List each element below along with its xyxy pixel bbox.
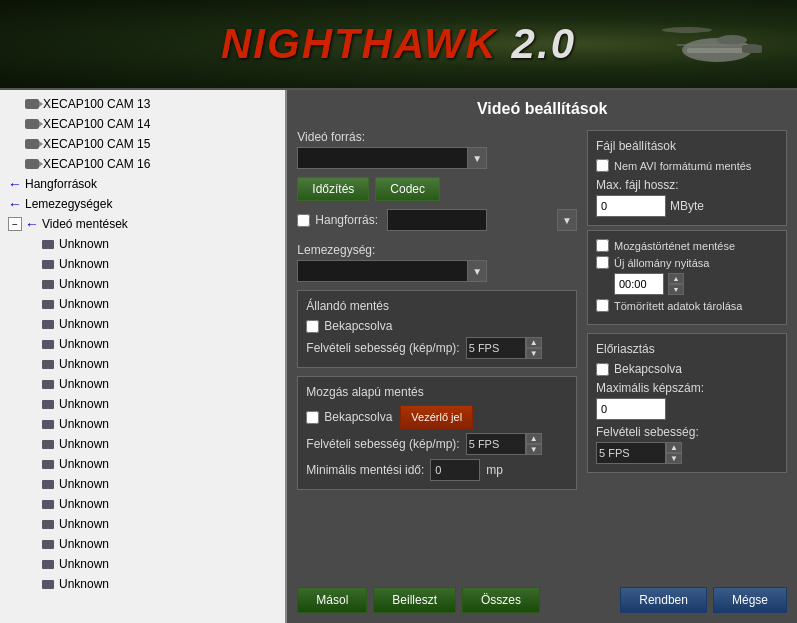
eloriasztas-fps-down[interactable]: ▼ [666, 453, 682, 464]
svg-point-2 [717, 35, 747, 45]
video-forras-section: Videó forrás: ▼ [297, 130, 577, 169]
video-forras-label-row: Videó forrás: [297, 130, 577, 144]
mozgas-alapu-section: Mozgás alapú mentés Bekapcsolva Vezérlő … [297, 376, 577, 490]
rendben-button[interactable]: Rendben [620, 587, 707, 613]
mozgas-fps-select[interactable]: 5 FPS [466, 433, 526, 455]
small-cam-icon [40, 476, 56, 492]
tree-video-mentesek[interactable]: − ← Videó mentések [0, 214, 285, 234]
list-item[interactable]: Unknown [0, 494, 285, 514]
hangforras-checkbox[interactable] [297, 214, 310, 227]
svg-rect-1 [687, 48, 747, 53]
list-item[interactable]: Unknown [0, 454, 285, 474]
nem-avi-label: Nem AVI formátumú mentés [614, 160, 751, 172]
cam-icon-16 [24, 156, 40, 172]
time-input[interactable] [614, 273, 664, 295]
eloriasztas-section: Előriasztás Bekapcsolva Maximális képszá… [587, 333, 787, 473]
eloriasztas-fps-select[interactable]: 5 FPS [596, 442, 666, 464]
list-item[interactable]: Unknown [0, 334, 285, 354]
svg-rect-5 [742, 45, 762, 53]
nem-avi-row: Nem AVI formátumú mentés [596, 159, 778, 172]
max-fajl-input[interactable] [596, 195, 666, 217]
tree-hangforrasok[interactable]: ← Hangforrások [0, 174, 285, 194]
allando-fps-label: Felvételi sebesség (kép/mp): [306, 341, 459, 355]
mozgas-fps-label: Felvételi sebesség (kép/mp): [306, 437, 459, 451]
arrow-left-icon-3: ← [25, 216, 39, 232]
time-down[interactable]: ▼ [668, 284, 684, 295]
fajl-beallitasok-section: Fájl beállítások Nem AVI formátumú menté… [587, 130, 787, 226]
small-cam-icon [40, 436, 56, 452]
max-kepszam-row [596, 398, 778, 420]
lemezegyseg-select[interactable] [297, 260, 487, 282]
video-forras-select-wrap: ▼ [297, 147, 487, 169]
eloriasztas-fps-up[interactable]: ▲ [666, 442, 682, 453]
vezerlojel-button[interactable]: Vezérlő jel [400, 405, 473, 429]
list-item[interactable]: Unknown [0, 514, 285, 534]
eloriasztas-bekapcsolva-checkbox[interactable] [596, 363, 609, 376]
list-item[interactable]: Unknown [0, 394, 285, 414]
uj-allomany-checkbox[interactable] [596, 256, 609, 269]
tomoritett-checkbox[interactable] [596, 299, 609, 312]
list-item[interactable]: Unknown [0, 314, 285, 334]
list-item[interactable]: Unknown [0, 574, 285, 594]
time-spinner: ▲ ▼ [668, 273, 684, 295]
tree-cam-14[interactable]: XECAP100 CAM 14 [0, 114, 285, 134]
masol-button[interactable]: Másol [297, 587, 367, 613]
max-fajl-label: Max. fájl hossz: [596, 178, 778, 192]
eloriasztas-bekapcsolva-label: Bekapcsolva [614, 362, 682, 376]
allando-bekapcsolva-checkbox[interactable] [306, 320, 319, 333]
allando-fps-down[interactable]: ▼ [526, 348, 542, 359]
mozgas-tort-checkbox[interactable] [596, 239, 609, 252]
time-up[interactable]: ▲ [668, 273, 684, 284]
video-forras-select[interactable] [297, 147, 487, 169]
tree-cam-16[interactable]: XECAP100 CAM 16 [0, 154, 285, 174]
expand-icon[interactable]: − [8, 217, 22, 231]
max-kepszam-input[interactable] [596, 398, 666, 420]
list-item[interactable]: Unknown [0, 354, 285, 374]
list-item[interactable]: Unknown [0, 254, 285, 274]
small-cam-icon [40, 356, 56, 372]
small-cam-icon [40, 296, 56, 312]
allando-fps-up[interactable]: ▲ [526, 337, 542, 348]
megse-button[interactable]: Mégse [713, 587, 787, 613]
list-item[interactable]: Unknown [0, 554, 285, 574]
nem-avi-checkbox[interactable] [596, 159, 609, 172]
small-cam-icon [40, 256, 56, 272]
osszes-button[interactable]: Összes [462, 587, 540, 613]
tree-lemezegysegek[interactable]: ← Lemezegységek [0, 194, 285, 214]
allando-fps-row: Felvételi sebesség (kép/mp): 5 FPS ▲ ▼ [306, 337, 568, 359]
mozgas-bekapcsolva-checkbox[interactable] [306, 411, 319, 424]
max-fajl-row: MByte [596, 195, 778, 217]
idozites-button[interactable]: Időzítés [297, 177, 369, 201]
tree-cam-15[interactable]: XECAP100 CAM 15 [0, 134, 285, 154]
eloriasztas-fps-spinner: ▲ ▼ [666, 442, 682, 464]
svg-point-4 [662, 27, 712, 33]
mozgas-fps-up[interactable]: ▲ [526, 433, 542, 444]
hangforras-select-wrap: ▼ [387, 209, 577, 231]
list-item[interactable]: Unknown [0, 374, 285, 394]
mozgas-fps-down[interactable]: ▼ [526, 444, 542, 455]
left-form: Videó forrás: ▼ Időzítés Codec [297, 130, 577, 569]
list-item[interactable]: Unknown [0, 474, 285, 494]
list-item[interactable]: Unknown [0, 294, 285, 314]
tree-cam-13[interactable]: XECAP100 CAM 13 [0, 94, 285, 114]
list-item[interactable]: Unknown [0, 434, 285, 454]
small-cam-icon [40, 276, 56, 292]
right-form: Fájl beállítások Nem AVI formátumú menté… [587, 130, 787, 569]
list-item[interactable]: Unknown [0, 414, 285, 434]
list-item[interactable]: Unknown [0, 274, 285, 294]
eloriasztas-bekapcsolva-row: Bekapcsolva [596, 362, 778, 376]
hangforras-select[interactable] [387, 209, 487, 231]
small-cam-icon [40, 396, 56, 412]
min-mentes-input[interactable] [430, 459, 480, 481]
fajl-title: Fájl beállítások [596, 139, 778, 153]
extra-section: Mozgástörténet mentése Új állomány nyitá… [587, 230, 787, 325]
list-item[interactable]: Unknown [0, 234, 285, 254]
small-cam-icon [40, 336, 56, 352]
allando-fps-select[interactable]: 5 FPS [466, 337, 526, 359]
codec-button[interactable]: Codec [375, 177, 440, 201]
beilleszt-button[interactable]: Beilleszt [373, 587, 456, 613]
uj-allomany-row: Új állomány nyitása [596, 256, 778, 269]
mozgas-bekapcsolva-label: Bekapcsolva [324, 410, 392, 424]
list-item[interactable]: Unknown [0, 534, 285, 554]
arrow-left-icon-2: ← [8, 196, 22, 212]
